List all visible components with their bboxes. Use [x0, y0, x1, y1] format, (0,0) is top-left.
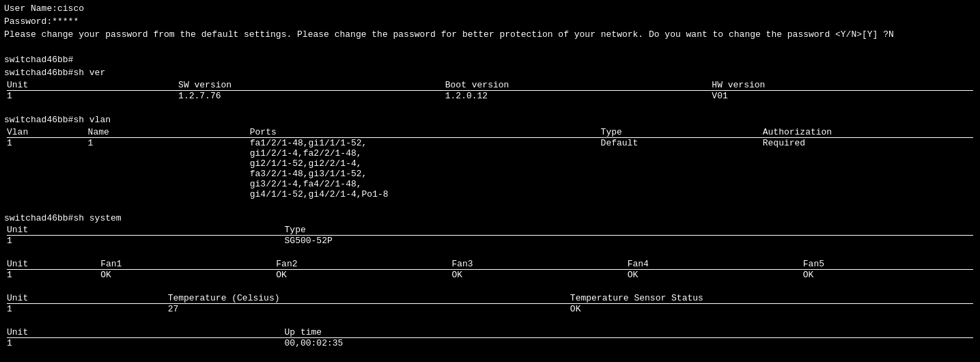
cmd-sh-system: switchad46bb#sh system [4, 212, 976, 225]
blank-4 [4, 246, 976, 259]
sh-sys-unit: 1 [4, 236, 282, 246]
sh-uptime-val: 00,00:02:35 [282, 338, 976, 348]
sh-vlan-header-vlan: Vlan [4, 127, 85, 137]
blank-6 [4, 314, 976, 327]
sh-vlan-row-1: 1 1 fa1/2/1-48,gi1/1/1-52, gi1/2/1-4,fa2… [4, 138, 976, 199]
sh-fan-header-fan5: Fan5 [800, 259, 976, 269]
blank-3 [4, 199, 976, 212]
sh-temp-header-unit: Unit [4, 293, 165, 303]
sh-vlan-name: 1 [85, 138, 247, 199]
sh-sys-type: SG500-52P [282, 236, 976, 246]
sh-ver-table: Unit SW version Boot version HW version … [4, 80, 976, 101]
sh-fan-row-1: 1 OK OK OK OK OK [4, 270, 976, 280]
sh-vlan-auth: Required [760, 138, 976, 199]
sh-temp-row-1: 1 27 OK [4, 304, 976, 314]
blank-2 [4, 101, 976, 114]
login-section: User Name:cisco Password:***** Please ch… [4, 3, 976, 42]
sh-vlan-ports: fa1/2/1-48,gi1/1/1-52, gi1/2/1-4,fa2/2/1… [247, 138, 598, 199]
sh-ver-boot: 1.2.0.12 [443, 91, 710, 101]
sh-ver-sw: 1.2.7.76 [176, 91, 443, 101]
change-password-prompt: Please change your password from the def… [4, 29, 976, 42]
prompt1: switchad46bb# [4, 54, 976, 67]
sh-ver-header-boot: Boot version [443, 80, 710, 90]
sh-vlan-header-name: Name [85, 127, 247, 137]
sh-fan-fan2: OK [273, 270, 449, 280]
sh-ver-unit: 1 [4, 91, 176, 101]
sh-vlan-header-ports: Ports [247, 127, 598, 137]
sh-fan-fan1: OK [98, 270, 273, 280]
password-line: Password:***** [4, 16, 976, 29]
sh-system-table: Unit Type 1 SG500-52P [4, 225, 976, 246]
sh-fan-fan4: OK [625, 270, 800, 280]
cmd-sh-ver: switchad46bb#sh ver [4, 67, 976, 80]
cmd-sh-vlan: switchad46bb#sh vlan [4, 114, 976, 127]
sh-fan-fan3: OK [449, 270, 624, 280]
sh-ver-header-hw: HW version [709, 80, 976, 90]
sh-sys-header-type: Type [282, 225, 976, 235]
sh-fan-fan5: OK [800, 270, 976, 280]
sh-fan-header-fan2: Fan2 [273, 259, 449, 269]
blank-5 [4, 280, 976, 293]
blank-1 [4, 42, 976, 55]
sh-uptime-unit: 1 [4, 338, 282, 348]
sh-fan-header-fan4: Fan4 [625, 259, 800, 269]
sh-ver-row-1: 1 1.2.7.76 1.2.0.12 V01 [4, 91, 976, 101]
sh-uptime-header-uptime: Up time [282, 327, 976, 337]
sh-fan-header-fan3: Fan3 [449, 259, 624, 269]
sh-temp-status: OK [568, 304, 976, 314]
sh-vlan-type: Default [598, 138, 760, 199]
sh-uptime-header-unit: Unit [4, 327, 282, 337]
sh-fan-table: Unit Fan1 Fan2 Fan3 Fan4 Fan5 1 OK OK OK… [4, 259, 976, 280]
username-line: User Name:cisco [4, 3, 976, 16]
sh-vlan-header-type: Type [598, 127, 760, 137]
sh-fan-header-unit: Unit [4, 259, 98, 269]
sh-temp-header-status: Temperature Sensor Status [568, 293, 976, 303]
sh-vlan-header-auth: Authorization [760, 127, 976, 137]
sh-sys-row-1: 1 SG500-52P [4, 236, 976, 246]
sh-ver-header-sw: SW version [176, 80, 443, 90]
sh-temp-table: Unit Temperature (Celsius) Temperature S… [4, 293, 976, 314]
sh-ver-header-unit: Unit [4, 80, 176, 90]
sh-ver-hw: V01 [709, 91, 976, 101]
sh-sys-header-unit: Unit [4, 225, 282, 235]
sh-vlan-table: Vlan Name Ports Type Authorization 1 1 f… [4, 127, 976, 199]
sh-uptime-table: Unit Up time 1 00,00:02:35 [4, 327, 976, 348]
sh-fan-unit: 1 [4, 270, 98, 280]
sh-uptime-row-1: 1 00,00:02:35 [4, 338, 976, 348]
sh-fan-header-fan1: Fan1 [98, 259, 273, 269]
sh-temp-celsius: 27 [165, 304, 568, 314]
sh-temp-header-celsius: Temperature (Celsius) [165, 293, 568, 303]
sh-vlan-vlan: 1 [4, 138, 85, 199]
sh-temp-unit: 1 [4, 304, 165, 314]
